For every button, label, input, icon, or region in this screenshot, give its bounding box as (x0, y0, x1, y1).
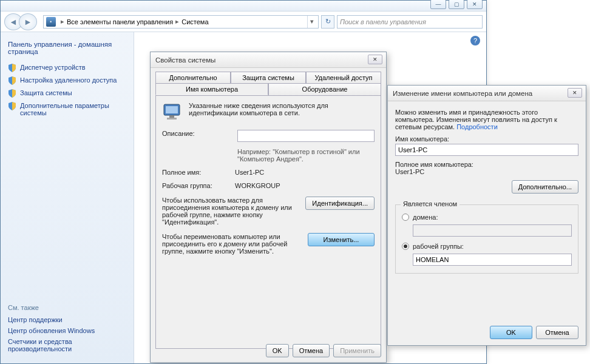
shield-icon (8, 76, 16, 85)
tab-hardware[interactable]: Оборудование (268, 83, 381, 95)
search-input[interactable]: Поиск в панели управления (337, 15, 483, 29)
domain-radio-label: домена: (413, 214, 438, 221)
dialog-title: Изменение имени компьютера или домена ✕ (388, 86, 586, 101)
sidebar-link-support[interactable]: Центр поддержки (8, 316, 126, 323)
sidebar-heading[interactable]: Панель управления - домашняя страница (8, 41, 126, 55)
change-button[interactable]: Изменить... (308, 233, 375, 246)
addressbar: ◄ ► ▪ ▸ Все элементы панели управления ▸… (1, 12, 486, 32)
network-id-button[interactable]: Идентификация... (305, 197, 375, 210)
computer-name-label: Имя компьютера: (395, 135, 578, 143)
breadcrumb-item[interactable]: Все элементы панели управления (67, 18, 173, 25)
sidebar-task-protection[interactable]: Защита системы (8, 89, 126, 98)
dialog-close-button[interactable]: ✕ (568, 88, 582, 98)
maximize-button[interactable]: ▢ (449, 0, 464, 9)
breadcrumb[interactable]: ▪ ▸ Все элементы панели управления ▸ Сис… (43, 15, 319, 29)
wizard-text: Чтобы использовать мастер для присоедине… (162, 197, 300, 226)
dialog-close-button[interactable]: ✕ (368, 55, 382, 64)
tab-computer-name[interactable]: Имя компьютера (155, 83, 268, 95)
forward-button[interactable]: ► (19, 13, 37, 30)
ok-button[interactable]: OK (266, 344, 289, 357)
workgroup-radio[interactable] (402, 243, 409, 250)
dialog-title: Свойства системы ✕ (151, 52, 386, 68)
change-text: Чтобы переименовать компьютер или присое… (162, 233, 303, 255)
full-computer-name-label: Полное имя компьютера: (395, 161, 578, 168)
system-properties-dialog: Свойства системы ✕ Дополнительно Защита … (150, 52, 387, 363)
details-link[interactable]: Подробности (456, 123, 498, 130)
full-computer-name-value: User1-PC (395, 168, 578, 175)
sidebar: Панель управления - домашняя страница Ди… (1, 32, 134, 363)
tab-advanced[interactable]: Дополнительно (155, 72, 231, 83)
close-button[interactable]: ✕ (467, 0, 483, 9)
domain-input (413, 224, 572, 237)
svg-rect-3 (167, 118, 177, 120)
workgroup-label: Рабочая группа: (162, 182, 235, 189)
tab-content: Указанные ниже сведения используются для… (155, 95, 381, 349)
ok-button[interactable]: OK (490, 326, 532, 339)
shield-icon (8, 102, 16, 110)
computer-name-input[interactable] (395, 144, 578, 156)
cancel-button[interactable]: Отмена (293, 344, 330, 357)
monitor-icon (162, 102, 184, 124)
workgroup-radio-label: рабочей группы: (413, 243, 464, 250)
breadcrumb-item[interactable]: Система (181, 18, 208, 25)
refresh-button[interactable]: ↻ (321, 15, 334, 29)
description-hint: Например: "Компьютер в гостиной" или "Ко… (237, 148, 375, 163)
sidebar-task-devmgr[interactable]: Диспетчер устройств (8, 64, 126, 72)
member-of-label: Является членом (401, 200, 459, 207)
fullname-value: User1-PC (235, 169, 264, 176)
workgroup-value: WORKGROUP (235, 182, 280, 189)
sidebar-link-update[interactable]: Центр обновления Windows (8, 327, 126, 334)
sidebar-task-advanced[interactable]: Дополнительные параметры системы (8, 102, 126, 116)
shield-icon (8, 89, 16, 98)
tab-protection[interactable]: Защита системы (231, 72, 306, 83)
breadcrumb-dropdown[interactable]: ▾ (307, 16, 316, 28)
rename-dialog: Изменение имени компьютера или домена ✕ … (387, 85, 586, 346)
tab-remote[interactable]: Удаленный доступ (306, 72, 381, 83)
more-button[interactable]: Дополнительно... (512, 180, 578, 194)
minimize-button[interactable]: — (430, 0, 446, 9)
description-label: Описание: (162, 130, 235, 137)
sidebar-task-remote[interactable]: Настройка удаленного доступа (8, 76, 126, 85)
see-also-heading: См. также (8, 304, 126, 311)
titlebar: — ▢ ✕ (1, 1, 486, 12)
help-icon[interactable]: ? (470, 36, 480, 46)
computer-icon: ▪ (46, 17, 56, 27)
sidebar-link-perf[interactable]: Счетчики и средства производительности (8, 338, 126, 352)
member-of-group: Является членом домена: рабочей группы: (395, 204, 578, 274)
cancel-button[interactable]: Отмена (536, 326, 578, 339)
description-input[interactable] (237, 130, 375, 142)
info-text: Указанные ниже сведения используются для… (189, 102, 375, 116)
workgroup-input[interactable] (413, 254, 572, 266)
svg-rect-1 (166, 106, 178, 113)
fullname-label: Полное имя: (162, 169, 235, 176)
apply-button[interactable]: Применить (333, 344, 381, 357)
intro-text: Можно изменить имя и принадлежность этог… (395, 109, 578, 130)
shield-icon (8, 64, 16, 72)
svg-rect-2 (169, 115, 174, 118)
domain-radio[interactable] (402, 214, 409, 221)
